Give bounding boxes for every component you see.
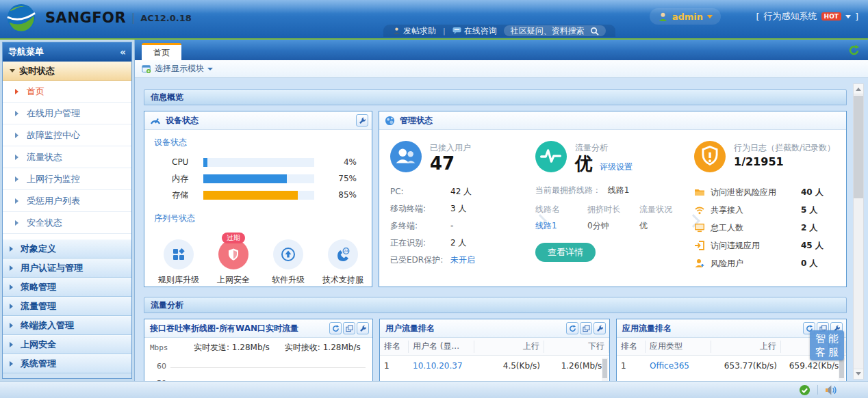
serial-circle: 24: [328, 239, 358, 269]
sidebar-section-object-define[interactable]: 对象定义: [3, 239, 131, 258]
scrollbar-thumb[interactable]: [602, 359, 607, 378]
panel-title: 接口吞吐率折线图-所有WAN口实时流量: [150, 323, 298, 334]
meter-track: [203, 191, 314, 200]
community-search[interactable]: 社区疑问、资料搜索: [504, 25, 606, 36]
serial-rulebase-upgrade[interactable]: 规则库升级: [154, 235, 203, 286]
brand-divider: |: [131, 12, 135, 24]
sidebar-item-label: 上网行为监控: [27, 173, 80, 185]
user-menu[interactable]: admin: [650, 8, 721, 25]
sidebar-item-traffic-status[interactable]: 流量状态: [3, 146, 131, 168]
speaker-icon[interactable]: [825, 384, 837, 396]
settings-wrench-button[interactable]: [356, 114, 368, 127]
search-placeholder: 社区疑问、资料搜索: [511, 25, 585, 37]
sidebar-section-realtime[interactable]: 实时状态: [3, 62, 131, 81]
post-help-link[interactable]: 发帖求助: [393, 25, 436, 37]
sidebar-section-user-auth[interactable]: 用户认证与管理: [3, 258, 131, 278]
section-header-overview: 信息概览: [144, 89, 847, 105]
panel-settings-button[interactable]: [357, 322, 369, 334]
sidebar-item-security-status[interactable]: 安全状态: [3, 212, 131, 234]
sidebar-item-punished-users[interactable]: 受惩用户列表: [3, 190, 131, 212]
panel-header: 设备状态: [144, 111, 372, 130]
upgrade-arrow-icon: [281, 247, 296, 262]
scrollbar-thumb[interactable]: [839, 359, 844, 378]
table-scrollbar[interactable]: [839, 358, 845, 381]
monitor-icon: [694, 222, 705, 233]
meter-track: [203, 158, 314, 167]
sidebar-item-online-users[interactable]: 在线用户管理: [3, 103, 131, 124]
brand: SANGFOR | AC12.0.18: [5, 2, 192, 34]
traffic-grade-value: 优: [575, 154, 593, 174]
edr-not-enabled-link[interactable]: 未开启: [450, 254, 475, 266]
view-details-button[interactable]: 查看详情: [535, 243, 596, 262]
chevron-down-icon: [10, 69, 15, 75]
kv-key: PC:: [390, 187, 450, 196]
panel-popout-button[interactable]: [580, 322, 592, 334]
serial-tech-support[interactable]: 24 技术支持服: [318, 235, 368, 286]
section-header-traffic: 流量分析: [144, 297, 847, 313]
refresh-icon[interactable]: [848, 44, 860, 56]
y-axis-unit: Mbps: [150, 343, 179, 352]
cell-rank: 1: [617, 361, 646, 371]
scroll-up-button[interactable]: [854, 84, 863, 94]
security-ok-icon[interactable]: [799, 384, 810, 396]
sidebar-section-system[interactable]: 系统管理: [3, 354, 131, 373]
chevron-right-icon: [15, 198, 21, 204]
online-consult-label: 在线咨询: [464, 25, 497, 37]
sidebar-item-fault-monitor[interactable]: 故障监控中心: [3, 124, 131, 146]
globe-icon: [385, 116, 395, 126]
section-label: 流量管理: [21, 300, 56, 313]
serial-items: 规则库升级 过期 上网安全: [144, 230, 372, 286]
gridline-60: 60: [150, 354, 366, 371]
sidebar-item-behavior-monitor[interactable]: 上网行为监控: [3, 168, 131, 190]
section-title: 信息概览: [151, 92, 183, 103]
line-name-link[interactable]: 线路1: [535, 220, 587, 232]
table-scrollbar[interactable]: [602, 358, 608, 381]
meter-fill: [203, 158, 207, 167]
sidebar-item-label: 受惩用户列表: [27, 195, 80, 207]
chevron-right-icon: [15, 111, 21, 116]
sidebar-section-internet-security[interactable]: 上网安全: [3, 335, 131, 354]
sidebar-item-home[interactable]: 首页: [3, 81, 131, 103]
col-header: 线路名: [535, 204, 587, 215]
app-window: SANGFOR | AC12.0.18 admin [ 行为感知系统 HOT ]…: [0, 0, 868, 398]
shield-icon: [227, 248, 240, 261]
serial-internet-security[interactable]: 过期 上网安全: [209, 235, 258, 286]
tab-label: 首页: [153, 47, 170, 59]
panel-refresh-button[interactable]: [566, 322, 578, 334]
chevron-right-icon: [15, 220, 21, 226]
smart-service-line: 智能: [815, 332, 841, 345]
vertical-scrollbar[interactable]: [853, 83, 864, 380]
behavior-row-leak-apps: 访问泄密风险应用 40 人: [694, 183, 835, 201]
panel-title: 设备状态: [166, 115, 199, 127]
scrollbar-thumb[interactable]: [854, 96, 863, 198]
tab-home[interactable]: 首页: [142, 43, 181, 60]
panel-popout-button[interactable]: [343, 322, 355, 334]
scroll-down-button[interactable]: [854, 369, 863, 379]
col-header-username: 用户名 (显...: [409, 341, 474, 353]
serial-group-title[interactable]: 序列号状态: [154, 213, 372, 224]
sidebar-section-traffic-mgmt[interactable]: 流量管理: [3, 297, 131, 316]
sidebar-title-label: 导航菜单: [8, 46, 44, 58]
sidebar-section-endpoint[interactable]: 终端接入管理: [3, 316, 131, 335]
smart-service-badge[interactable]: 智能 客服: [810, 330, 844, 360]
chevron-right-icon: [10, 304, 16, 309]
panel-refresh-button[interactable]: [329, 322, 342, 334]
col-header: 拥挤时长: [587, 204, 639, 215]
behavior-label: 共享接入: [711, 204, 801, 216]
module-window-icon: [142, 64, 151, 74]
device-status-group-title[interactable]: 设备状态: [154, 137, 372, 148]
select-module-button[interactable]: 选择显示模块: [142, 63, 213, 75]
system-selector[interactable]: [ 行为感知系统 HOT ]: [756, 8, 858, 25]
cell-app-link[interactable]: Office365: [646, 361, 711, 371]
serial-software-upgrade[interactable]: 软件升级: [264, 235, 313, 286]
behavior-row-shared-access: 共享接入 5 人: [694, 201, 835, 219]
cell-user-link[interactable]: 10.10.20.37: [409, 361, 474, 371]
rating-settings-link[interactable]: 评级设置: [600, 161, 633, 173]
sidebar-collapse-button[interactable]: «: [120, 47, 126, 57]
online-consult-link[interactable]: 在线咨询: [452, 25, 497, 37]
panel-settings-button[interactable]: [593, 322, 606, 334]
sidebar-section-policy[interactable]: 策略管理: [3, 278, 131, 297]
chevron-right-icon: [10, 342, 16, 347]
links-divider: |: [443, 27, 446, 36]
wrench-icon: [359, 117, 366, 124]
